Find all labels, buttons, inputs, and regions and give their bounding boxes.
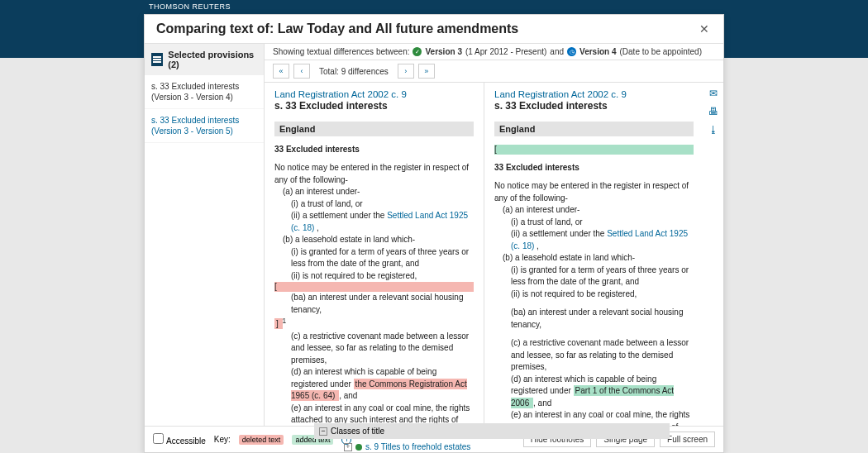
email-icon: ✉ bbox=[709, 88, 718, 99]
right-d: (d) an interest which is capable of bein… bbox=[494, 374, 694, 410]
v4-label: Version 4 bbox=[579, 47, 616, 56]
v3-label: Version 3 bbox=[425, 47, 461, 56]
diff-info-row: Showing textual differences between: ✓ V… bbox=[265, 44, 723, 60]
left-e: (e) an interest in any coal or coal mine… bbox=[274, 403, 474, 426]
download-icon: ⭳ bbox=[708, 124, 718, 136]
list-icon bbox=[151, 53, 163, 66]
chevron-left-icon: ‹ bbox=[301, 67, 303, 75]
left-prov-body: No notice may be entered in the register… bbox=[274, 162, 474, 426]
key-deleted: deleted text bbox=[239, 435, 284, 445]
right-prov-body: No notice may be entered in the register… bbox=[494, 180, 694, 426]
info-and: and bbox=[550, 47, 564, 56]
print-icon: 🖶 bbox=[708, 106, 718, 117]
action-icon-rail: ✉ 🖶 ⭳ bbox=[703, 83, 723, 426]
expand-icon: + bbox=[344, 443, 352, 451]
left-footnote-1: 1 bbox=[283, 317, 287, 325]
left-section-title: s. 33 Excluded interests bbox=[274, 100, 474, 112]
right-act-title: Land Registration Act 2002 c. 9 bbox=[494, 89, 694, 99]
modal-header: Comparing text of: Law Today and All fut… bbox=[145, 15, 723, 44]
right-b-ii: (ii) is not required to be registered, bbox=[494, 288, 694, 301]
info-prefix: Showing textual differences between: bbox=[273, 47, 409, 56]
left-a: (a) an interest under- bbox=[274, 186, 474, 198]
clock-icon: ◷ bbox=[567, 47, 576, 56]
right-b-i: (i) is granted for a term of years of th… bbox=[494, 265, 694, 288]
right-intro: No notice may be entered in the register… bbox=[494, 180, 694, 204]
first-diff-button[interactable]: « bbox=[273, 64, 289, 79]
right-england-bar: England bbox=[494, 122, 694, 136]
sidebar: Selected provisions (2) s. 33 Excluded i… bbox=[145, 44, 265, 426]
compare-columns: Land Registration Act 2002 c. 9 s. 33 Ex… bbox=[265, 83, 703, 426]
left-c: (c) a restrictive covenant made between … bbox=[274, 331, 474, 367]
v3-range: (1 Apr 2012 - Present) bbox=[465, 47, 546, 56]
right-green-open-bar: [ bbox=[494, 145, 694, 155]
brand-text: THOMSON REUTERS bbox=[149, 2, 231, 11]
chevron-double-left-icon: « bbox=[279, 67, 283, 75]
v4-range: (Date to be appointed) bbox=[620, 47, 703, 56]
print-button[interactable]: 🖶 bbox=[708, 106, 718, 117]
right-a-ii: (ii) a settlement under the Settled Land… bbox=[494, 228, 694, 252]
key-label: Key: bbox=[214, 435, 231, 444]
modal-body: Selected provisions (2) s. 33 Excluded i… bbox=[145, 44, 723, 426]
diff-total-label: Total: 9 differences bbox=[314, 67, 393, 76]
right-ba: (ba) an interest under a relevant social… bbox=[494, 307, 694, 331]
left-b: (b) a leasehold estate in land which- bbox=[274, 234, 474, 246]
left-b-ii: (ii) is not required to be registered, bbox=[274, 270, 474, 283]
accessible-toggle[interactable]: Accessible bbox=[153, 433, 206, 446]
right-column: Land Registration Act 2002 c. 9 s. 33 Ex… bbox=[484, 83, 703, 426]
accessible-checkbox[interactable] bbox=[153, 433, 164, 444]
sidebar-heading: Selected provisions (2) bbox=[145, 44, 264, 75]
sidebar-item-v3v5[interactable]: s. 33 Excluded interests (Version 3 - Ve… bbox=[145, 109, 264, 143]
left-b-i: (i) is granted for a term of years of th… bbox=[274, 246, 474, 270]
brand-bar: THOMSON REUTERS bbox=[0, 0, 868, 14]
left-intro: No notice may be entered in the register… bbox=[274, 162, 474, 186]
left-a-ii: (ii) a settlement under the Settled Land… bbox=[274, 210, 474, 234]
compare-area: Land Registration Act 2002 c. 9 s. 33 Ex… bbox=[265, 83, 723, 426]
background-tree: − Classes of title + s. 9 Titles to free… bbox=[314, 423, 670, 453]
right-sec-heading: 33 Excluded interests bbox=[494, 163, 694, 172]
left-a-i: (i) a trust of land, or bbox=[274, 198, 474, 211]
main-content: Showing textual differences between: ✓ V… bbox=[265, 44, 723, 426]
left-d: (d) an interest which is capable of bein… bbox=[274, 366, 474, 403]
chevron-double-right-icon: » bbox=[424, 67, 428, 75]
check-icon: ✓ bbox=[413, 47, 422, 56]
collapse-icon: − bbox=[319, 427, 327, 436]
chevron-right-icon: › bbox=[404, 67, 407, 75]
right-c: (c) a restrictive covenant made between … bbox=[494, 337, 694, 374]
email-button[interactable]: ✉ bbox=[709, 88, 718, 99]
sidebar-heading-text: Selected provisions (2) bbox=[168, 50, 257, 69]
left-england-bar: England bbox=[274, 122, 474, 136]
status-dot-icon bbox=[355, 444, 362, 451]
compare-modal: Comparing text of: Law Today and All fut… bbox=[144, 14, 724, 453]
sidebar-item-v3v4[interactable]: s. 33 Excluded interests (Version 3 - Ve… bbox=[145, 75, 264, 109]
left-column: Land Registration Act 2002 c. 9 s. 33 Ex… bbox=[265, 83, 484, 426]
link-s9-titles[interactable]: s. 9 Titles to freehold estates bbox=[365, 442, 470, 451]
right-b: (b) a leasehold estate in land which- bbox=[494, 252, 694, 265]
modal-title: Comparing text of: Law Today and All fut… bbox=[156, 21, 518, 36]
tree-item-s9[interactable]: + s. 9 Titles to freehold estates bbox=[314, 439, 670, 453]
tree-classes-of-title[interactable]: − Classes of title bbox=[314, 423, 670, 439]
diff-nav-row: « ‹ Total: 9 differences › » bbox=[265, 60, 723, 83]
prev-diff-button[interactable]: ‹ bbox=[293, 64, 310, 79]
close-button[interactable]: ✕ bbox=[697, 21, 712, 36]
download-button[interactable]: ⭳ bbox=[708, 124, 718, 136]
last-diff-button[interactable]: » bbox=[418, 64, 435, 79]
left-act-title: Land Registration Act 2002 c. 9 bbox=[274, 89, 474, 99]
right-a-i: (i) a trust of land, or bbox=[494, 217, 694, 229]
left-red-close: ] 1 bbox=[274, 316, 474, 331]
close-icon: ✕ bbox=[699, 22, 709, 36]
left-sec-heading: 33 Excluded interests bbox=[274, 145, 474, 154]
tree-label-classes: Classes of title bbox=[331, 427, 384, 436]
left-ba: (ba) an interest under a relevant social… bbox=[274, 292, 474, 316]
left-red-open-bar: [ bbox=[274, 282, 474, 292]
right-section-title: s. 33 Excluded interests bbox=[494, 100, 694, 112]
right-a: (a) an interest under- bbox=[494, 204, 694, 217]
next-diff-button[interactable]: › bbox=[398, 64, 414, 79]
